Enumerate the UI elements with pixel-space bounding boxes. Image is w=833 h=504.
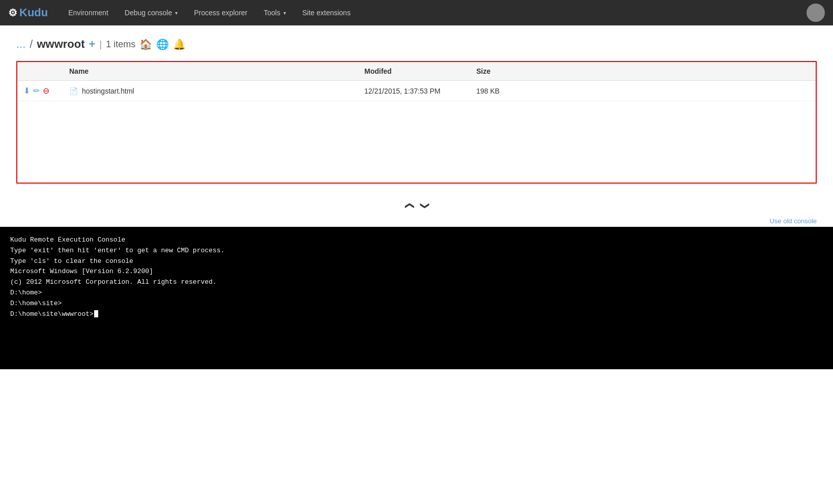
col-modified: Modifed [358,62,470,81]
console-line: D:\home\site> [10,299,823,309]
bell-icon[interactable]: 🔔 [173,38,186,50]
console-line: Microsoft Windows [Version 6.2.9200] [10,266,823,277]
delete-icon[interactable]: ⊖ [43,86,49,96]
col-actions [17,62,63,81]
main-content: ... / wwwroot + | 1 items 🏠 🌐 🔔 Name Mod… [0,25,833,184]
path-separator: / [30,38,33,51]
resize-handle: ❮ ❮ [0,194,833,217]
console-line: Type 'exit' then hit 'enter' to get a ne… [10,246,823,256]
globe-icon[interactable]: 🌐 [156,38,169,50]
console-line: Kudu Remote Execution Console [10,235,823,246]
brand-logo[interactable]: ⚙ Kudu [8,6,48,19]
console-line: D:\home\site\wwwroot> [10,309,823,320]
console-line: (c) 2012 Microsoft Corporation. All righ… [10,277,823,288]
nav-debug-console[interactable]: Debug console ▾ [117,0,186,25]
nav-site-extensions[interactable]: Site extensions [294,0,359,25]
empty-area [17,101,816,183]
col-size: Size [470,62,816,81]
expand-up-icon[interactable]: ❮ [418,202,429,210]
table-row: ⬇ ✏ ⊖ 📄 hostingstart.html 12/21/2015, 1:… [17,81,816,101]
home-icon[interactable]: 🏠 [139,38,152,50]
console-container[interactable]: Kudu Remote Execution ConsoleType 'exit'… [0,227,833,369]
nav-tools[interactable]: Tools ▾ [255,0,294,25]
row-actions: ⬇ ✏ ⊖ [17,81,63,101]
console-line: Type 'cls' to clear the console [10,256,823,267]
file-table: Name Modifed Size ⬇ ✏ ⊖ 📄 hostingstart.h… [17,62,816,101]
path-pipe: | [99,39,102,50]
row-filename: 📄 hostingstart.html [63,81,358,101]
path-bar: ... / wwwroot + | 1 items 🏠 🌐 🔔 [16,38,817,51]
add-file-button[interactable]: + [89,38,96,51]
console-line: D:\home> [10,288,823,299]
path-dots[interactable]: ... [16,38,25,51]
tools-dropdown-arrow: ▾ [283,10,286,16]
kudu-icon: ⚙ [8,7,17,19]
use-old-console-link[interactable]: Use old console [770,217,817,225]
col-name: Name [63,62,358,81]
expand-down-icon[interactable]: ❮ [404,202,415,210]
table-header-row: Name Modifed Size [17,62,816,81]
nav-environment[interactable]: Environment [60,0,117,25]
user-avatar[interactable] [807,4,825,22]
file-type-icon: 📄 [69,87,78,95]
path-directory: wwwroot [37,38,84,51]
row-modified: 12/21/2015, 1:37:53 PM [358,81,470,101]
file-table-container: Name Modifed Size ⬇ ✏ ⊖ 📄 hostingstart.h… [16,61,817,184]
item-count: 1 items [106,39,135,50]
brand-name: Kudu [19,6,48,19]
console-cursor [94,310,98,317]
filename-text: hostingstart.html [82,87,134,95]
edit-icon[interactable]: ✏ [33,86,40,96]
navbar: ⚙ Kudu Environment Debug console ▾ Proce… [0,0,833,25]
row-size: 198 KB [470,81,816,101]
download-icon[interactable]: ⬇ [23,86,30,96]
console-header: Use old console [0,217,833,227]
nav-process-explorer[interactable]: Process explorer [186,0,255,25]
debug-console-dropdown-arrow: ▾ [175,10,178,16]
